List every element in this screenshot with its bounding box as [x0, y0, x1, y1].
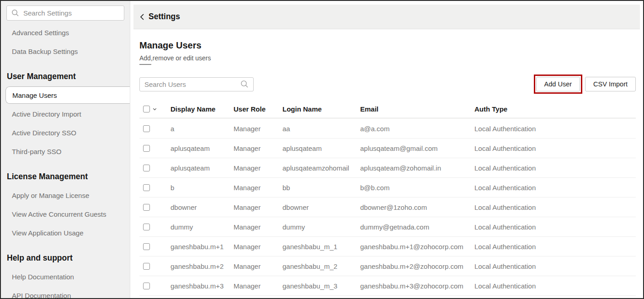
row-checkbox[interactable] — [143, 204, 150, 211]
sidebar-item-data-backup-settings[interactable]: Data Backup Settings — [1, 42, 130, 61]
cell-user-role: Manager — [234, 144, 282, 152]
sidebar-item-apply-or-manage-license[interactable]: Apply or Manage License — [1, 186, 130, 205]
users-search-input[interactable] — [144, 80, 237, 88]
cell-login-name: aa — [282, 125, 360, 133]
sidebar-item-third-party-sso[interactable]: Third-party SSO — [1, 142, 130, 161]
sidebar-search-box[interactable] — [6, 5, 124, 21]
cell-display-name: ganeshbabu.m+2 — [170, 262, 234, 270]
column-header-login-name: Login Name — [282, 105, 360, 113]
table-row: ganeshbabu.m+3 Manager ganeshbabu_m_3 ga… — [139, 276, 636, 296]
users-search-box[interactable] — [139, 77, 254, 91]
cell-display-name: dbowner — [170, 203, 234, 211]
cell-email: b@b.com — [360, 184, 474, 192]
cell-user-role: Manager — [234, 164, 282, 172]
table-row: aplusqateam Manager aplusqateam aplusqat… — [139, 139, 636, 158]
cell-user-role: Manager — [234, 125, 282, 133]
sidebar-section-user-management: User Management — [1, 67, 130, 86]
sidebar-item-advanced-settings[interactable]: Advanced Settings — [1, 23, 130, 42]
cell-auth-type: Local Authentication — [474, 184, 636, 192]
cell-email: dummy@getnada.com — [360, 223, 474, 231]
table-row: ganeshbabu.m+1 Manager ganeshbabu_m_1 ga… — [139, 237, 636, 256]
cell-user-role: Manager — [234, 243, 282, 251]
cell-auth-type: Local Authentication — [474, 164, 636, 172]
sidebar-item-view-application-usage[interactable]: View Application Usage — [1, 224, 130, 242]
select-all-checkbox[interactable] — [143, 106, 150, 112]
cell-auth-type: Local Authentication — [474, 223, 636, 231]
select-all-cell — [139, 106, 170, 112]
row-select-cell — [139, 165, 170, 171]
main-panel: Settings Manage Users Add,remove or edit… — [130, 1, 643, 298]
cell-auth-type: Local Authentication — [474, 203, 636, 211]
users-toolbar: Add User CSV Import — [139, 75, 636, 94]
row-select-cell — [139, 145, 170, 152]
cell-display-name: aplusqateam — [170, 164, 234, 172]
cell-user-role: Manager — [234, 262, 282, 270]
column-header-user-role: User Role — [234, 105, 282, 113]
cell-email: aplusqateam@gmail.com — [360, 144, 474, 152]
subtitle-underline — [139, 64, 151, 65]
cell-email: aplusqateam@zohomail.in — [360, 164, 474, 172]
sidebar-item-view-active-concurrent-guests[interactable]: View Active Concurrent Guests — [1, 205, 130, 224]
table-row: ganeshbabu.m+2 Manager ganeshbabu_m_2 ga… — [139, 256, 636, 276]
cell-email: ganeshbabu.m+2@zohocorp.com — [360, 262, 474, 270]
cell-display-name: ganeshbabu.m+1 — [170, 243, 234, 251]
column-header-display-name: Display Name — [170, 105, 234, 113]
table-row: dummy Manager dummy dummy@getnada.com Lo… — [139, 217, 636, 237]
row-select-cell — [139, 125, 170, 132]
cell-display-name: ganeshbabu.m+3 — [170, 282, 234, 290]
cell-auth-type: Local Authentication — [474, 243, 636, 251]
row-checkbox[interactable] — [143, 125, 150, 132]
cell-login-name: ganeshbabu_m_2 — [282, 262, 360, 270]
cell-login-name: ganeshbabu_m_1 — [282, 243, 360, 251]
row-select-cell — [139, 224, 170, 230]
settings-window: Advanced Settings Data Backup Settings U… — [0, 0, 644, 299]
table-header-row: Display Name User Role Login Name Email … — [139, 101, 636, 119]
cell-login-name: bb — [282, 184, 360, 192]
sidebar-item-manage-users[interactable]: Manage Users — [5, 86, 130, 104]
sidebar-item-api-documentation[interactable]: API Documentation — [1, 286, 130, 298]
cell-user-role: Manager — [234, 203, 282, 211]
cell-email: ganeshbabu.m+1@zohocorp.com — [360, 243, 474, 251]
row-checkbox[interactable] — [143, 243, 150, 250]
search-icon — [240, 80, 249, 88]
users-table: Display Name User Role Login Name Email … — [139, 101, 636, 296]
sidebar-section-help-and-support: Help and support — [1, 249, 130, 267]
row-checkbox[interactable] — [143, 165, 150, 171]
sidebar-section-license-management: License Management — [1, 167, 130, 186]
cell-login-name: dummy — [282, 223, 360, 231]
sidebar-item-help-documentation[interactable]: Help Documentation — [1, 267, 130, 286]
sidebar-item-active-directory-import[interactable]: Active Directory Import — [1, 105, 130, 123]
cell-auth-type: Local Authentication — [474, 125, 636, 133]
row-select-cell — [139, 204, 170, 211]
cell-display-name: a — [170, 125, 234, 133]
cell-user-role: Manager — [234, 282, 282, 290]
cell-email: a@a.com — [360, 125, 474, 133]
cell-email: ganeshbabu.m+3@zohocorp.com — [360, 282, 474, 290]
breadcrumb-back[interactable]: Settings — [133, 5, 640, 29]
page-subtitle: Add,remove or edit users — [139, 54, 636, 62]
cell-display-name: aplusqateam — [170, 144, 234, 152]
table-row: dbowner Manager dbowner dbowner@1zoho.co… — [139, 198, 636, 217]
sidebar-search-input[interactable] — [23, 9, 119, 17]
cell-login-name: ganeshbabu_m_3 — [282, 282, 360, 290]
cell-email: dbowner@1zoho.com — [360, 203, 474, 211]
cell-user-role: Manager — [234, 223, 282, 231]
cell-login-name: dbowner — [282, 203, 360, 211]
row-checkbox[interactable] — [143, 184, 150, 191]
cell-auth-type: Local Authentication — [474, 144, 636, 152]
cell-login-name: aplusqateamzohomail — [282, 164, 360, 172]
table-row: b Manager bb b@b.com Local Authenticatio… — [139, 178, 636, 198]
table-row: aplusqateam Manager aplusqateamzohomail … — [139, 158, 636, 178]
row-checkbox[interactable] — [143, 283, 150, 289]
row-checkbox[interactable] — [143, 145, 150, 152]
row-checkbox[interactable] — [143, 224, 150, 230]
row-select-cell — [139, 263, 170, 270]
cell-auth-type: Local Authentication — [474, 262, 636, 270]
row-checkbox[interactable] — [143, 263, 150, 270]
sidebar-item-active-directory-sso[interactable]: Active Directory SSO — [1, 123, 130, 142]
cell-user-role: Manager — [234, 184, 282, 192]
add-user-button[interactable]: Add User — [536, 77, 580, 91]
add-user-highlight-annotation: Add User — [534, 75, 582, 94]
chevron-down-icon[interactable] — [152, 106, 158, 112]
csv-import-button[interactable]: CSV Import — [585, 77, 636, 91]
